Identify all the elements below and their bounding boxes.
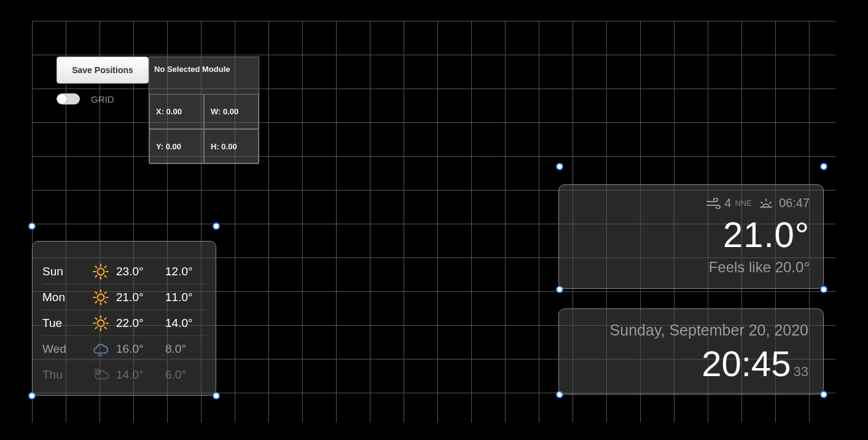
svg-line-14 bbox=[95, 292, 96, 293]
clock-module[interactable]: Sunday, September 20, 2020 20:45 33 bbox=[558, 308, 824, 395]
controls-panel: Save Positions GRID bbox=[57, 57, 149, 104]
svg-line-23 bbox=[95, 318, 96, 319]
feels-like: Feels like 20.0° bbox=[573, 259, 810, 276]
forecast-handle-tl[interactable] bbox=[28, 222, 36, 230]
svg-point-9 bbox=[98, 294, 104, 301]
forecast-handle-tr[interactable] bbox=[213, 222, 220, 230]
info-grid: X: 0.00 W: 0.00 Y: 0.00 H: 0.00 bbox=[149, 94, 259, 164]
sunrise-icon bbox=[758, 197, 774, 210]
forecast-low: 12.0° bbox=[165, 265, 206, 278]
forecast-day: Tue bbox=[42, 316, 85, 330]
grid-toggle[interactable] bbox=[57, 93, 80, 104]
current-temperature: 21.0° bbox=[573, 214, 810, 255]
current-top-row: 4 NNE 06:47 bbox=[573, 196, 810, 210]
svg-line-15 bbox=[105, 301, 106, 302]
info-title: No Selected Module bbox=[149, 57, 259, 94]
svg-line-25 bbox=[95, 327, 96, 328]
weather-icon bbox=[85, 367, 116, 383]
current-handle-tl[interactable] bbox=[556, 163, 563, 170]
current-handle-tr[interactable] bbox=[820, 163, 827, 170]
forecast-high: 14.0° bbox=[116, 368, 165, 382]
forecast-low: 11.0° bbox=[165, 291, 206, 304]
svg-line-32 bbox=[95, 369, 96, 370]
clock-seconds: 33 bbox=[794, 364, 808, 380]
sunrise-block: 06:47 bbox=[758, 196, 810, 210]
info-h: H: 0.00 bbox=[204, 129, 259, 164]
forecast-row: Wed16.0°8.0° bbox=[42, 336, 206, 362]
svg-line-5 bbox=[95, 266, 96, 267]
forecast-day: Wed bbox=[42, 342, 85, 356]
wind-direction: NNE bbox=[735, 198, 751, 208]
svg-line-16 bbox=[95, 301, 96, 302]
forecast-row: Thu14.0°6.0° bbox=[42, 362, 206, 388]
svg-point-18 bbox=[98, 320, 104, 326]
clock-time-row: 20:45 33 bbox=[574, 343, 808, 384]
save-positions-button[interactable]: Save Positions bbox=[57, 57, 149, 84]
forecast-low: 14.0° bbox=[165, 316, 206, 330]
clock-date: Sunday, September 20, 2020 bbox=[574, 321, 808, 339]
selected-module-info: No Selected Module X: 0.00 W: 0.00 Y: 0.… bbox=[149, 57, 259, 163]
weather-icon bbox=[85, 264, 116, 280]
forecast-day: Thu bbox=[42, 368, 85, 382]
info-y: Y: 0.00 bbox=[149, 129, 204, 164]
info-w: W: 0.00 bbox=[204, 94, 259, 129]
forecast-low: 8.0° bbox=[165, 342, 206, 356]
svg-line-17 bbox=[105, 292, 106, 293]
info-x: X: 0.00 bbox=[149, 94, 204, 129]
forecast-row: Tue22.0°14.0° bbox=[42, 310, 206, 336]
svg-line-7 bbox=[95, 275, 96, 277]
forecast-high: 22.0° bbox=[116, 316, 165, 330]
svg-line-24 bbox=[105, 327, 106, 328]
svg-line-8 bbox=[105, 266, 106, 267]
clock-time: 20:45 bbox=[702, 343, 791, 384]
svg-line-6 bbox=[105, 275, 106, 277]
forecast-row: Mon21.0°11.0° bbox=[42, 285, 206, 310]
current-weather-module[interactable]: 4 NNE 06:47 21.0° Feels like 20.0° bbox=[558, 184, 824, 289]
weather-icon bbox=[85, 289, 116, 305]
sunrise-time: 06:47 bbox=[779, 196, 810, 210]
forecast-high: 23.0° bbox=[116, 265, 165, 278]
svg-point-0 bbox=[98, 268, 104, 275]
weather-icon bbox=[85, 315, 116, 331]
svg-line-26 bbox=[105, 318, 106, 319]
forecast-low: 6.0° bbox=[165, 368, 206, 382]
wind-speed: 4 bbox=[724, 196, 731, 210]
forecast-high: 16.0° bbox=[116, 342, 165, 356]
editor-stage: Save Positions GRID No Selected Module X… bbox=[0, 0, 868, 440]
wind-icon bbox=[706, 198, 721, 209]
grid-toggle-row: GRID bbox=[57, 93, 149, 104]
wind-block: 4 NNE bbox=[706, 196, 752, 210]
weather-icon bbox=[85, 341, 116, 357]
forecast-day: Mon bbox=[42, 291, 85, 304]
forecast-high: 21.0° bbox=[116, 291, 165, 304]
forecast-module[interactable]: Sun23.0°12.0°Mon21.0°11.0°Tue22.0°14.0°W… bbox=[32, 241, 216, 396]
grid-toggle-label: GRID bbox=[91, 94, 114, 104]
forecast-row: Sun23.0°12.0° bbox=[42, 259, 206, 285]
forecast-day: Sun bbox=[42, 265, 85, 278]
